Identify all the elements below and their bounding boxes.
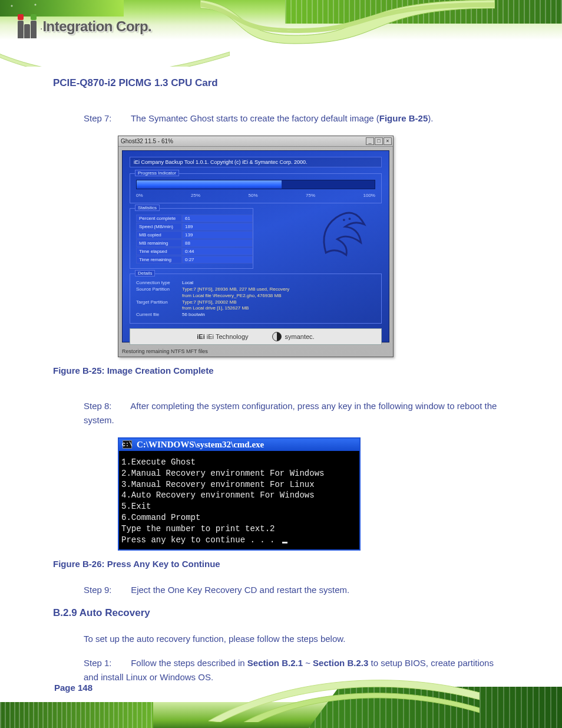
ghost-stat-k-1: Speed (MB/min) xyxy=(136,223,182,230)
header-bottom-curve xyxy=(0,40,230,67)
ghost-detail-cur-v: 56 bootwin xyxy=(182,312,205,318)
step-7-figref: Figure B-25 xyxy=(379,113,428,123)
ghost-tick-50: 50% xyxy=(249,193,258,198)
ghost-detail-conn-v: Local xyxy=(182,280,193,286)
ghost-progress-ticks: 0% 25% 50% 75% 100% xyxy=(136,193,375,198)
cmd-line-8: Press any key to continue . . . xyxy=(121,535,280,545)
step-7: Step 7: The Symantec Ghost starts to cre… xyxy=(84,111,509,125)
svg-point-1 xyxy=(349,218,351,220)
ghost-detail-tgt-k: Target Partition xyxy=(136,299,182,306)
cmd-line-4: 4.Auto Recovery environment For Windows xyxy=(121,490,315,500)
page-footer: Page 148 xyxy=(0,657,562,728)
ghost-details-group-label: Details xyxy=(135,270,155,276)
ghost-stat-v-4: 0:44 xyxy=(182,248,253,255)
ghost-stats-group-label: Statistics xyxy=(135,205,160,211)
ghost-stat-k-2: MB copied xyxy=(136,231,182,239)
logo: . Integration Corp. xyxy=(18,14,151,38)
step-9: Step 9: Eject the One Key Recovery CD an… xyxy=(84,583,509,597)
page-content: PCIE-Q870-i2 PICMG 1.3 CPU Card Step 7: … xyxy=(0,67,562,684)
ghost-logo-icon xyxy=(315,207,371,258)
step-8-label: Step 8: xyxy=(84,399,128,413)
ghost-progress-group-label: Progress Indicator xyxy=(135,170,179,176)
ghost-stat-k-4: Time elapsed xyxy=(136,248,182,255)
ghost-stats-group: Statistics Percent complete61 Speed (MB/… xyxy=(130,208,253,269)
logo-mark xyxy=(18,14,37,38)
blank1 xyxy=(136,293,182,299)
ghost-stat-v-1: 189 xyxy=(182,223,253,230)
cmd-line-1: 1.Execute Ghost xyxy=(121,457,196,467)
ghost-footer-iei-text: iEi Technology xyxy=(207,333,249,340)
ghost-window: Ghost32 11.5 - 61% _ □ × iEi Company Bac… xyxy=(118,136,394,357)
ghost-copyright: iEi Company Backup Tool 1.0.1. Copyright… xyxy=(130,157,382,167)
step-9-text: Eject the One Key Recovery CD and restar… xyxy=(131,585,349,595)
ghost-tick-100: 100% xyxy=(363,193,375,198)
svg-point-0 xyxy=(343,219,345,221)
ghost-footer-iei: iEi iEi Technology xyxy=(197,333,248,340)
header-swoosh xyxy=(200,0,495,67)
ghost-titlebar: Ghost32 11.5 - 61% _ □ × xyxy=(118,136,393,147)
figure-25-caption: Figure B-25: Image Creation Complete xyxy=(53,365,509,375)
ghost-status-bar: Restoring remaining NTFS MFT files xyxy=(122,348,389,354)
cmd-line-3: 3.Manual Recovery environment For Linux xyxy=(121,480,315,489)
ghost-stat-v-5: 0:27 xyxy=(182,256,253,263)
close-button[interactable]: × xyxy=(384,137,392,145)
ghost-stat-v-3: 88 xyxy=(182,239,253,247)
ghost-tick-75: 75% xyxy=(306,193,315,198)
cmd-line-5: 5.Exit xyxy=(121,502,151,511)
cmd-line-2: 2.Manual Recovery environment For Window… xyxy=(121,469,324,478)
cmd-title-text: C:\WINDOWS\system32\cmd.exe xyxy=(137,440,264,450)
ghost-footer-symantec-text: symantec. xyxy=(285,333,315,340)
ghost-stats-table: Percent complete61 Speed (MB/min)189 MB … xyxy=(136,215,247,263)
ghost-stat-k-3: MB remaining xyxy=(136,239,182,247)
step-8: Step 8: After completing the system conf… xyxy=(84,399,509,427)
para-1: To set up the auto recovery function, pl… xyxy=(84,632,509,645)
ghost-progress-fill xyxy=(137,180,282,189)
header-banner: . Integration Corp. xyxy=(0,0,562,67)
ghost-window-buttons: _ □ × xyxy=(366,137,392,145)
logo-text: Integration Corp. xyxy=(42,18,151,35)
step-9-label: Step 9: xyxy=(84,583,128,597)
cmd-window: c:\ C:\WINDOWS\system32\cmd.exe 1.Execut… xyxy=(118,437,361,551)
cmd-titlebar: c:\ C:\WINDOWS\system32\cmd.exe xyxy=(119,439,359,451)
ghost-stat-k-5: Time remaining xyxy=(136,256,182,263)
ghost-details-group: Details Connection typeLocal Source Part… xyxy=(130,274,382,324)
ghost-detail-cur-k: Current file xyxy=(136,312,182,318)
blank2 xyxy=(136,305,182,312)
cmd-line-6: 6.Command Prompt xyxy=(121,513,200,522)
step-7-text-b: ). xyxy=(428,113,433,123)
minimize-button[interactable]: _ xyxy=(366,137,374,145)
ghost-stat-v-2: 139 xyxy=(182,231,253,239)
ghost-progress-bar xyxy=(136,180,375,189)
page-number: Page 148 xyxy=(54,683,92,693)
cmd-icon: c:\ xyxy=(123,440,132,449)
cmd-line-7: Type the number to print text.2 xyxy=(121,524,275,533)
ghost-footer-logos: iEi iEi Technology symantec. xyxy=(130,328,382,345)
maximize-button[interactable]: □ xyxy=(375,137,383,145)
ghost-stat-k-0: Percent complete xyxy=(136,215,182,222)
ghost-progress-group: Progress Indicator 0% 25% 50% 75% 100% xyxy=(130,173,382,203)
ghost-tick-0: 0% xyxy=(136,193,143,198)
ghost-footer-symantec: symantec. xyxy=(272,332,315,341)
symantec-icon xyxy=(272,332,282,341)
ghost-stat-v-0: 61 xyxy=(182,215,253,222)
figure-26-caption: Figure B-26: Press Any Key to Continue xyxy=(53,559,509,569)
ghost-detail-src-v: Type:7 [NTFS], 26936 MB, 227 MB used, Re… xyxy=(182,286,289,293)
ghost-details: Connection typeLocal Source PartitionTyp… xyxy=(136,280,375,318)
ghost-tick-25: 25% xyxy=(191,193,200,198)
ghost-detail-conn-k: Connection type xyxy=(136,280,182,286)
step-7-text-a: The Symantec Ghost starts to create the … xyxy=(131,113,379,123)
ghost-client-area: iEi Company Backup Tool 1.0.1. Copyright… xyxy=(122,150,389,342)
section-heading: B.2.9 Auto Recovery xyxy=(53,607,509,619)
ghost-window-title: Ghost32 11.5 - 61% xyxy=(121,138,173,144)
step-7-label: Step 7: xyxy=(84,111,128,125)
cmd-cursor xyxy=(282,542,287,543)
step-8-text: After completing the system configuratio… xyxy=(84,401,497,424)
footer-curve xyxy=(209,657,480,722)
ghost-detail-src-v2: from Local file \Recovery_PE2.gho, 47693… xyxy=(182,293,282,299)
cmd-body[interactable]: 1.Execute Ghost 2.Manual Recovery enviro… xyxy=(119,451,359,549)
doc-title: PCIE-Q870-i2 PICMG 1.3 CPU Card xyxy=(53,77,509,89)
ghost-detail-tgt-v: Type:7 [NTFS], 20002 MB xyxy=(182,299,236,306)
ghost-detail-src-k: Source Partition xyxy=(136,286,182,293)
ghost-detail-tgt-v2: from Local drive [1], 152627 MB xyxy=(182,305,249,312)
footer-left-strip xyxy=(0,702,153,728)
